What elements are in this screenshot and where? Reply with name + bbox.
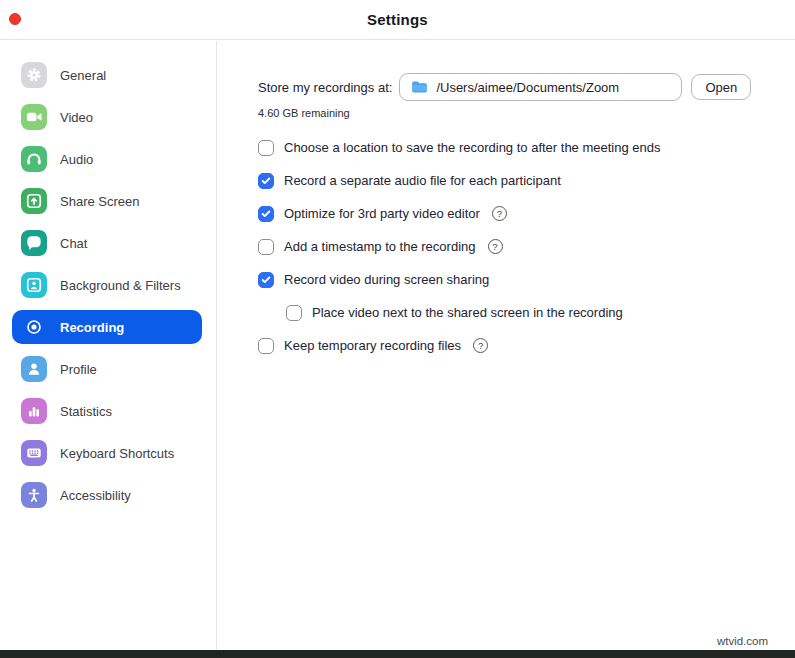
bottom-edge-strip	[0, 650, 795, 658]
option-label: Add a timestamp to the recording	[284, 239, 476, 254]
record-icon	[21, 314, 47, 340]
help-icon[interactable]: ?	[492, 206, 507, 221]
checkbox[interactable]	[258, 239, 274, 255]
option-row: Add a timestamp to the recording ?	[258, 230, 795, 263]
recording-path-value: /Users/aimee/Documents/Zoom	[436, 80, 619, 95]
option-label: Choose a location to save the recording …	[284, 140, 661, 155]
option-row: Place video next to the shared screen in…	[286, 296, 795, 329]
sidebar-item-label: Recording	[60, 320, 124, 335]
storage-location-label: Store my recordings at:	[258, 80, 392, 95]
checkbox[interactable]	[258, 338, 274, 354]
help-icon[interactable]: ?	[473, 338, 488, 353]
sidebar-item-share-screen[interactable]: Share Screen	[12, 184, 202, 218]
option-row: Record video during screen sharing	[258, 263, 795, 296]
gear-icon	[21, 62, 47, 88]
background-person-icon	[21, 272, 47, 298]
help-icon[interactable]: ?	[488, 239, 503, 254]
checkbox[interactable]	[286, 305, 302, 321]
checkbox[interactable]	[258, 173, 274, 189]
recording-settings-panel: Store my recordings at: /Users/aimee/Doc…	[217, 41, 795, 650]
accessibility-icon	[21, 482, 47, 508]
recording-options-list: Choose a location to save the recording …	[258, 131, 795, 362]
sidebar-item-label: General	[60, 68, 106, 83]
sidebar-item-profile[interactable]: Profile	[12, 352, 202, 386]
option-label: Optimize for 3rd party video editor	[284, 206, 480, 221]
option-label: Record video during screen sharing	[284, 272, 489, 287]
checkbox[interactable]	[258, 272, 274, 288]
sidebar-item-label: Keyboard Shortcuts	[60, 446, 174, 461]
sidebar-item-label: Chat	[60, 236, 87, 251]
option-label: Record a separate audio file for each pa…	[284, 173, 561, 188]
window-title: Settings	[367, 11, 428, 28]
titlebar: Settings	[0, 0, 795, 40]
checkbox[interactable]	[258, 140, 274, 156]
recording-path-field[interactable]: /Users/aimee/Documents/Zoom	[399, 73, 682, 101]
watermark-text: wtvid.com	[717, 635, 768, 647]
sidebar-item-label: Audio	[60, 152, 93, 167]
keyboard-icon	[21, 440, 47, 466]
sidebar-item-label: Accessibility	[60, 488, 131, 503]
checkbox[interactable]	[258, 206, 274, 222]
option-row: Record a separate audio file for each pa…	[258, 164, 795, 197]
storage-remaining-text: 4.60 GB remaining	[258, 107, 795, 119]
option-label: Keep temporary recording files	[284, 338, 461, 353]
headphones-icon	[21, 146, 47, 172]
close-window-button[interactable]	[9, 13, 21, 25]
sidebar-item-accessibility[interactable]: Accessibility	[12, 478, 202, 512]
sidebar-item-audio[interactable]: Audio	[12, 142, 202, 176]
sidebar-item-label: Background & Filters	[60, 278, 181, 293]
profile-person-icon	[21, 356, 47, 382]
sidebar-item-label: Share Screen	[60, 194, 140, 209]
sidebar-item-video[interactable]: Video	[12, 100, 202, 134]
sidebar-item-keyboard-shortcuts[interactable]: Keyboard Shortcuts	[12, 436, 202, 470]
option-row: Optimize for 3rd party video editor ?	[258, 197, 795, 230]
sidebar-item-statistics[interactable]: Statistics	[12, 394, 202, 428]
video-camera-icon	[21, 104, 47, 130]
option-row: Keep temporary recording files ?	[258, 329, 795, 362]
sidebar-item-general[interactable]: General	[12, 58, 202, 92]
sidebar-item-chat[interactable]: Chat	[12, 226, 202, 260]
storage-location-row: Store my recordings at: /Users/aimee/Doc…	[258, 73, 795, 101]
share-screen-icon	[21, 188, 47, 214]
sidebar-item-label: Profile	[60, 362, 97, 377]
sidebar-item-label: Statistics	[60, 404, 112, 419]
settings-sidebar: General Video Audio Share Screen Chat Ba…	[0, 41, 217, 650]
open-button[interactable]: Open	[691, 74, 751, 100]
folder-icon	[411, 80, 428, 94]
sidebar-item-label: Video	[60, 110, 93, 125]
chat-bubble-icon	[21, 230, 47, 256]
bar-chart-icon	[21, 398, 47, 424]
option-row: Choose a location to save the recording …	[258, 131, 795, 164]
option-label: Place video next to the shared screen in…	[312, 305, 623, 320]
sidebar-item-recording[interactable]: Recording	[12, 310, 202, 344]
sidebar-item-background-filters[interactable]: Background & Filters	[12, 268, 202, 302]
